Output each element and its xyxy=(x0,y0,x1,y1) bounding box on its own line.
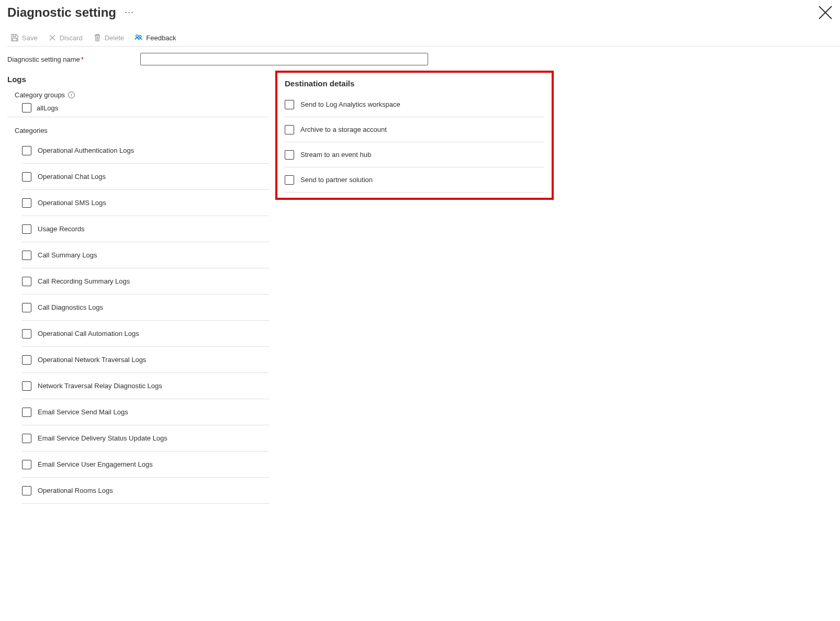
category-label: Operational Call Automation Logs xyxy=(38,330,139,337)
trash-icon xyxy=(93,33,102,42)
category-label: Operational Network Traversal Logs xyxy=(38,356,146,364)
category-label: Operational Rooms Logs xyxy=(38,487,113,494)
destination-label: Send to Log Analytics workspace xyxy=(300,100,400,108)
category-label: Operational Authentication Logs xyxy=(38,146,134,154)
destination-section-title: Destination details xyxy=(285,79,544,88)
page-title: Diagnostic setting xyxy=(7,5,116,20)
category-item: Operational Network Traversal Logs xyxy=(22,347,269,373)
category-checkbox[interactable] xyxy=(22,486,31,495)
category-checkbox[interactable] xyxy=(22,224,31,234)
destination-label: Send to partner solution xyxy=(300,176,373,184)
category-checkbox[interactable] xyxy=(22,460,31,469)
category-checkbox[interactable] xyxy=(22,146,31,155)
category-label: Operational SMS Logs xyxy=(38,199,106,207)
destination-column-highlight: Destination details Send to Log Analytic… xyxy=(275,71,554,200)
category-group-checkbox[interactable] xyxy=(22,103,31,112)
destination-label: Archive to a storage account xyxy=(300,126,387,133)
destination-checkbox[interactable] xyxy=(285,125,294,134)
category-checkbox[interactable] xyxy=(22,355,31,365)
category-item: Operational SMS Logs xyxy=(22,190,269,216)
category-label: Usage Records xyxy=(38,225,85,233)
category-groups-label: Category groups xyxy=(15,91,65,99)
category-label: Network Traversal Relay Diagnostic Logs xyxy=(38,382,162,390)
category-item: Email Service User Engagement Logs xyxy=(22,451,269,478)
destination-item: Send to Log Analytics workspace xyxy=(285,92,544,117)
category-item: Operational Call Automation Logs xyxy=(22,321,269,347)
feedback-icon xyxy=(135,33,143,42)
category-label: Email Service Send Mail Logs xyxy=(38,408,128,416)
destination-item: Send to partner solution xyxy=(285,167,544,193)
category-checkbox[interactable] xyxy=(22,277,31,286)
save-icon xyxy=(10,33,19,42)
category-label: Call Summary Logs xyxy=(38,251,97,259)
destination-item: Archive to a storage account xyxy=(285,117,544,142)
info-icon[interactable]: i xyxy=(68,92,75,98)
category-label: Call Recording Summary Logs xyxy=(38,277,130,285)
category-checkbox[interactable] xyxy=(22,303,31,312)
diagnostic-setting-name-input[interactable] xyxy=(140,53,428,65)
close-button[interactable] xyxy=(817,4,834,21)
more-menu-icon[interactable]: ··· xyxy=(125,7,134,19)
category-item: Operational Chat Logs xyxy=(22,164,269,190)
category-checkbox[interactable] xyxy=(22,251,31,260)
category-group-label: allLogs xyxy=(37,104,58,112)
name-row: Diagnostic setting name* xyxy=(7,47,840,69)
svg-point-4 xyxy=(136,35,139,38)
category-item: Usage Records xyxy=(22,216,269,242)
category-label: Email Service Delivery Status Update Log… xyxy=(38,434,167,442)
category-item: Operational Rooms Logs xyxy=(22,478,269,504)
category-item: Call Summary Logs xyxy=(22,242,269,268)
destination-checkbox[interactable] xyxy=(285,100,294,109)
category-label: Operational Chat Logs xyxy=(38,173,106,180)
category-item: Email Service Delivery Status Update Log… xyxy=(22,425,269,451)
destination-list: Send to Log Analytics workspace Archive … xyxy=(285,92,544,193)
close-icon xyxy=(817,4,834,21)
page-header: Diagnostic setting ··· xyxy=(7,0,840,21)
delete-button[interactable]: Delete xyxy=(93,33,125,42)
category-checkbox[interactable] xyxy=(22,434,31,443)
logs-section-title: Logs xyxy=(7,75,269,84)
destination-label: Stream to an event hub xyxy=(300,151,371,159)
category-label: Call Diagnostics Logs xyxy=(38,303,103,311)
categories-list: Operational Authentication Logs Operatio… xyxy=(22,138,269,504)
discard-button[interactable]: Discard xyxy=(48,33,83,42)
category-item: Call Recording Summary Logs xyxy=(22,268,269,295)
category-item: Operational Authentication Logs xyxy=(22,138,269,164)
category-item: Call Diagnostics Logs xyxy=(22,295,269,321)
save-button[interactable]: Save xyxy=(10,33,38,42)
destination-checkbox[interactable] xyxy=(285,150,294,160)
name-label: Diagnostic setting name xyxy=(7,55,80,63)
category-checkbox[interactable] xyxy=(22,329,31,338)
category-checkbox[interactable] xyxy=(22,381,31,391)
category-item: Network Traversal Relay Diagnostic Logs xyxy=(22,373,269,399)
discard-icon xyxy=(48,33,57,42)
logs-column: Logs Category groups i allLogs Categorie… xyxy=(7,74,269,504)
categories-label: Categories xyxy=(15,127,269,134)
category-checkbox[interactable] xyxy=(22,172,31,182)
toolbar: Save Discard Delete Feedback xyxy=(7,21,840,47)
svg-point-5 xyxy=(139,36,141,38)
category-checkbox[interactable] xyxy=(22,408,31,417)
destination-checkbox[interactable] xyxy=(285,175,294,185)
category-item: Email Service Send Mail Logs xyxy=(22,399,269,425)
category-checkbox[interactable] xyxy=(22,198,31,208)
required-indicator: * xyxy=(81,55,84,63)
feedback-button[interactable]: Feedback xyxy=(135,33,176,42)
category-group-allLogs: allLogs xyxy=(22,103,269,112)
destination-item: Stream to an event hub xyxy=(285,142,544,167)
category-label: Email Service User Engagement Logs xyxy=(38,460,153,468)
